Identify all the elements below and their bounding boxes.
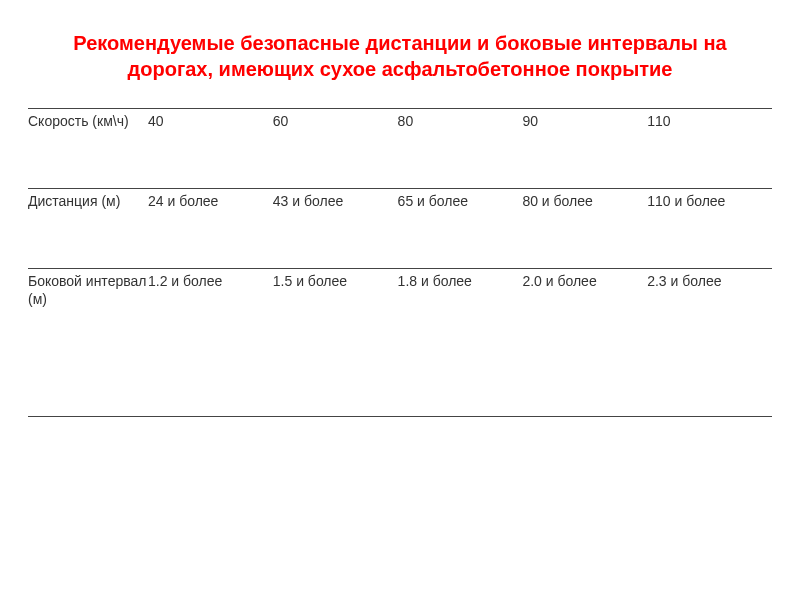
table-cell: 43 и более — [273, 189, 398, 269]
table-cell: 24 и более — [148, 189, 273, 269]
table-cell: 80 — [398, 109, 523, 189]
table-cell: 60 — [273, 109, 398, 189]
table-cell: 1.8 и более — [398, 269, 523, 417]
table-cell: 90 — [522, 109, 647, 189]
table-cell: 1.2 и более — [148, 269, 273, 417]
row-label: Боковой интервал (м) — [28, 269, 148, 417]
table-row: Дистанция (м) 24 и более 43 и более 65 и… — [28, 189, 772, 269]
row-label: Скорость (км\ч) — [28, 109, 148, 189]
table-cell: 65 и более — [398, 189, 523, 269]
table-cell: 1.5 и более — [273, 269, 398, 417]
table-cell: 2.0 и более — [522, 269, 647, 417]
table-cell: 2.3 и более — [647, 269, 772, 417]
data-table: Скорость (км\ч) 40 60 80 90 110 Дистанци… — [28, 108, 772, 417]
row-label: Дистанция (м) — [28, 189, 148, 269]
table-row: Скорость (км\ч) 40 60 80 90 110 — [28, 109, 772, 189]
table-row: Боковой интервал (м) 1.2 и более 1.5 и б… — [28, 269, 772, 417]
table-cell: 80 и более — [522, 189, 647, 269]
table-cell: 40 — [148, 109, 273, 189]
page-title: Рекомендуемые безопасные дистанции и бок… — [28, 30, 772, 82]
table-cell: 110 — [647, 109, 772, 189]
table-cell: 110 и более — [647, 189, 772, 269]
